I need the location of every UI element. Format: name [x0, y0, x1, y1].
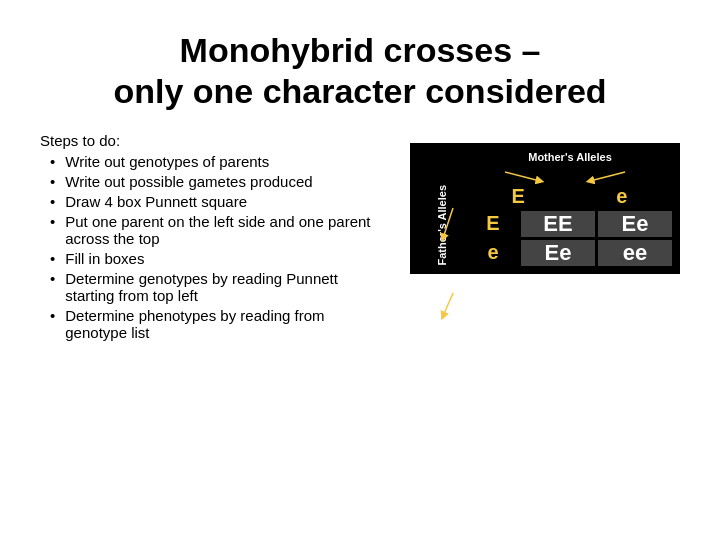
punnett-row2-label: e	[468, 240, 518, 266]
punnett-cell-Ee2: Ee	[521, 240, 595, 266]
punnett-container: Mother's Alleles	[410, 143, 680, 274]
punnett-section: Mother's Alleles	[410, 143, 680, 274]
svg-line-7	[443, 293, 453, 316]
punnett-header-e: E	[468, 185, 569, 208]
svg-line-3	[590, 172, 625, 181]
list-item: Determine phenotypes by reading from gen…	[50, 307, 390, 341]
punnett-row1: E EE Ee	[468, 211, 672, 237]
list-item: Put one parent on the left side and one …	[50, 213, 390, 247]
punnett-header-e-lower: e	[572, 185, 673, 208]
list-item: Write out possible gametes produced	[50, 173, 390, 190]
bullet-list: Write out genotypes of parents Write out…	[40, 153, 390, 341]
svg-line-2	[505, 172, 540, 181]
fathers-alleles-column: Father's Alleles	[418, 185, 468, 266]
slide-title: Monohybrid crosses – only one character …	[40, 30, 680, 112]
punnett-row2: e Ee ee	[468, 240, 672, 266]
list-item: Draw 4 box Punnett square	[50, 193, 390, 210]
punnett-cell-EE: EE	[521, 211, 595, 237]
punnett-row1-label: E	[468, 211, 518, 237]
mothers-arrow-svg	[485, 167, 655, 185]
mothers-alleles-label: Mother's Alleles	[468, 151, 672, 163]
punnett-cell-ee: ee	[598, 240, 672, 266]
slide: Monohybrid crosses – only one character …	[0, 0, 720, 540]
list-item: Determine genotypes by reading Punnett s…	[50, 270, 390, 304]
punnett-grid-right: E e E EE Ee e Ee ee	[468, 185, 672, 266]
text-section: Write out genotypes of parents Write out…	[40, 153, 390, 351]
punnett-header-row: E e	[468, 185, 672, 208]
list-item: Fill in boxes	[50, 250, 390, 267]
punnett-grid-wrapper: Father's Alleles E e E EE Ee	[418, 185, 672, 266]
content-area: Write out genotypes of parents Write out…	[40, 153, 680, 351]
list-item: Write out genotypes of parents	[50, 153, 390, 170]
fathers-alleles-label: Father's Alleles	[436, 185, 449, 265]
punnett-cell-Ee: Ee	[598, 211, 672, 237]
